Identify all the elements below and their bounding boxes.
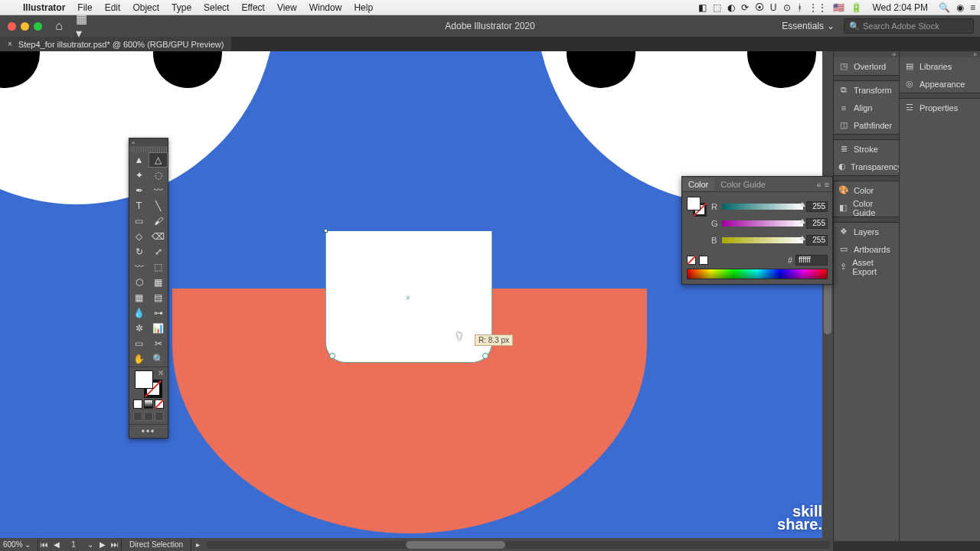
panel-libraries[interactable]: ▤Libraries <box>900 57 980 75</box>
menu-view[interactable]: View <box>271 2 303 13</box>
status-icon[interactable]: ⬚ <box>713 2 721 13</box>
hex-field[interactable]: ffffff <box>795 255 828 266</box>
bluetooth-icon[interactable]: ᚼ <box>797 2 802 13</box>
window-minimize-button[interactable] <box>21 22 29 31</box>
panel-appearance[interactable]: ◎Appearance <box>900 75 980 93</box>
current-tool-label[interactable]: Direct Selection <box>122 538 191 551</box>
menu-edit[interactable]: Edit <box>99 2 127 13</box>
document-viewport[interactable]: × R: 8.3 px <box>0 51 833 538</box>
flag-icon[interactable]: 🇺🇸 <box>833 2 844 13</box>
fill-stroke-swatch[interactable] <box>687 197 707 217</box>
panel-properties[interactable]: ☲Properties <box>900 99 980 116</box>
eyedropper-tool[interactable]: 💧 <box>129 305 149 321</box>
menu-help[interactable]: Help <box>348 2 379 13</box>
window-zoom-button[interactable] <box>34 22 42 31</box>
panel-color-guide[interactable]: ◧Color Guide <box>834 199 899 217</box>
rectangle-tool[interactable]: ▭ <box>129 214 149 229</box>
hand-tool[interactable]: ✋ <box>129 351 149 367</box>
fill-stroke-control[interactable]: ⤭ <box>135 370 162 398</box>
home-button[interactable]: ⌂ <box>50 18 68 34</box>
siri-icon[interactable]: ◉ <box>956 2 964 13</box>
prev-artboard-button[interactable]: ◀ <box>51 540 63 549</box>
menu-type[interactable]: Type <box>165 2 198 13</box>
next-artboard-button[interactable]: ▶ <box>96 540 109 549</box>
tab-color[interactable]: Color <box>682 178 714 191</box>
menu-select[interactable]: Select <box>198 2 235 13</box>
notifications-icon[interactable]: ≡ <box>970 2 975 13</box>
first-artboard-button[interactable]: ⏮ <box>38 540 51 549</box>
status-icon[interactable]: ⦿ <box>755 2 764 13</box>
scrollbar-thumb[interactable] <box>406 541 505 549</box>
panel-pathfinder[interactable]: ◫Pathfinder <box>834 116 899 134</box>
gradient-tool[interactable]: ▤ <box>149 290 168 305</box>
search-stock-field[interactable]: 🔍 Search Adobe Stock <box>844 18 974 34</box>
artboard-number[interactable]: 1 <box>63 540 84 549</box>
status-flyout-icon[interactable]: ▸ <box>191 540 204 549</box>
panel-grip[interactable] <box>129 146 168 152</box>
paintbrush-tool[interactable]: 🖌 <box>149 214 168 229</box>
panel-stroke[interactable]: ≣Stroke <box>834 140 899 158</box>
panel-menu-icon[interactable]: ≡ <box>825 180 829 189</box>
white-swatch[interactable] <box>699 256 708 265</box>
scale-tool[interactable]: ⤢ <box>149 244 168 259</box>
shaper-tool[interactable]: ◇ <box>129 229 149 244</box>
b-value[interactable]: 255 <box>806 235 828 246</box>
status-icon[interactable]: ◐ <box>727 2 735 13</box>
panel-overlord[interactable]: ◳Overlord <box>834 57 899 75</box>
panel-color[interactable]: 🎨Color <box>834 181 899 199</box>
status-icon[interactable]: ⟳ <box>741 2 749 13</box>
selection-tool[interactable]: ▲ <box>129 152 149 168</box>
workspace-switcher[interactable]: Essentials ⌄ <box>782 21 835 31</box>
curvature-tool[interactable]: 〰 <box>149 183 168 198</box>
mesh-tool[interactable]: ▦ <box>129 290 149 305</box>
panel-collapse-handle[interactable] <box>834 51 899 57</box>
battery-icon[interactable]: 🔋 <box>851 2 862 13</box>
r-value[interactable]: 255 <box>806 201 828 212</box>
artboard-dropdown-icon[interactable]: ⌄ <box>84 540 96 549</box>
gradient-mode-button[interactable] <box>144 399 153 409</box>
magic-wand-tool[interactable]: ✦ <box>129 168 149 183</box>
color-spectrum[interactable] <box>687 269 828 279</box>
vertical-scrollbar[interactable] <box>822 51 833 538</box>
app-name[interactable]: Illustrator <box>17 2 71 13</box>
canvas[interactable]: × R: 8.3 px <box>0 51 833 538</box>
none-swatch[interactable] <box>687 256 696 265</box>
zoom-tool[interactable]: 🔍 <box>149 351 168 367</box>
document-tab[interactable]: × Step4_for illsutrator.psd* @ 600% (RGB… <box>0 37 232 51</box>
lasso-tool[interactable]: ◌ <box>149 168 168 183</box>
anchor-point[interactable] <box>324 229 328 233</box>
status-icon[interactable]: U <box>770 2 777 13</box>
panel-collapse-icon[interactable]: « <box>816 180 821 189</box>
line-segment-tool[interactable]: ╲ <box>149 198 168 214</box>
draw-inside-button[interactable] <box>155 412 164 421</box>
window-close-button[interactable] <box>8 22 16 31</box>
rotate-tool[interactable]: ↻ <box>129 244 149 259</box>
slider-thumb[interactable] <box>799 219 805 223</box>
artboard-tool[interactable]: ▭ <box>129 336 149 351</box>
close-icon[interactable]: × <box>129 139 137 146</box>
direct-selection-tool[interactable]: △ <box>149 152 168 168</box>
swap-fill-stroke-icon[interactable]: ⤭ <box>158 369 164 377</box>
slider-thumb[interactable] <box>799 236 805 240</box>
arrange-documents-button[interactable]: ▦ ▾ <box>76 18 94 34</box>
edit-toolbar-button[interactable]: ••• <box>129 424 168 438</box>
menu-window[interactable]: Window <box>303 2 348 13</box>
shape-builder-tool[interactable]: ⬡ <box>129 275 149 290</box>
symbol-sprayer-tool[interactable]: ✲ <box>129 321 149 336</box>
menubar-clock[interactable]: Wed 2:04 PM <box>868 2 933 13</box>
panel-collapse-handle[interactable] <box>900 51 980 57</box>
panel-artboards[interactable]: ▭Artboards <box>834 240 899 258</box>
status-icon[interactable]: ⊙ <box>783 2 791 13</box>
column-graph-tool[interactable]: 📊 <box>149 321 168 336</box>
r-slider[interactable] <box>722 204 803 210</box>
menu-effect[interactable]: Effect <box>235 2 270 13</box>
panel-align[interactable]: ≡Align <box>834 99 899 116</box>
selected-rectangle-shape[interactable]: × <box>325 231 492 363</box>
blend-tool[interactable]: ⊶ <box>149 305 168 321</box>
fill-swatch[interactable] <box>687 197 701 210</box>
status-icon[interactable]: ◧ <box>698 2 707 13</box>
panel-asset-export[interactable]: ⇪Asset Export <box>834 258 899 276</box>
wifi-icon[interactable]: ⋮⋮ <box>808 2 827 13</box>
fill-swatch[interactable] <box>135 370 153 389</box>
type-tool[interactable]: T <box>129 198 149 214</box>
